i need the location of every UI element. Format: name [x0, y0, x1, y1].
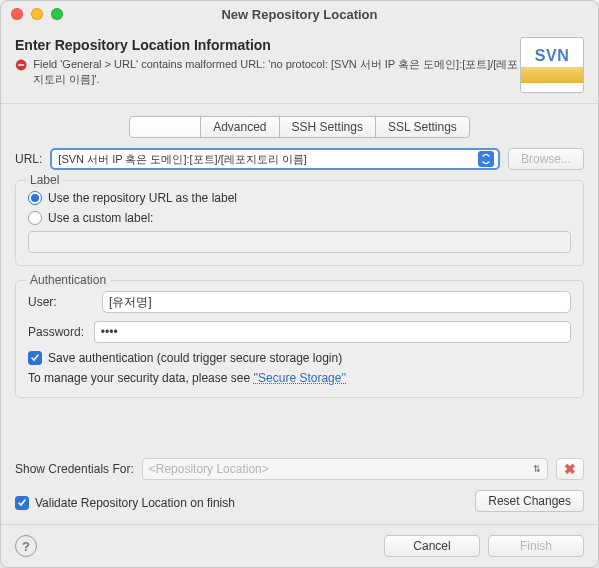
tab-general[interactable] [129, 116, 201, 138]
credentials-select[interactable]: <Repository Location> ⇅ [142, 458, 548, 480]
radio-custom-label[interactable] [28, 211, 42, 225]
url-label: URL: [15, 152, 42, 166]
titlebar: New Repository Location [1, 1, 598, 27]
credentials-placeholder: <Repository Location> [149, 462, 269, 476]
minimize-icon[interactable] [31, 8, 43, 20]
validate-label: Validate Repository Location on finish [35, 496, 235, 510]
save-auth-label: Save authentication (could trigger secur… [48, 351, 342, 365]
secure-storage-link[interactable]: ''Secure Storage'' [253, 371, 346, 385]
radio-custom-label-text: Use a custom label: [48, 211, 153, 225]
tab-advanced[interactable]: Advanced [200, 116, 279, 138]
zoom-icon[interactable] [51, 8, 63, 20]
password-label: Password: [28, 325, 86, 339]
svg-rect-1 [18, 64, 24, 66]
svn-logo-text: SVN [535, 47, 569, 65]
user-field[interactable]: [유저명] [102, 291, 571, 313]
url-dropdown-icon[interactable] [478, 151, 494, 167]
cancel-button[interactable]: Cancel [384, 535, 480, 557]
tab-ssh-settings[interactable]: SSH Settings [279, 116, 376, 138]
window-title: New Repository Location [1, 7, 598, 22]
tab-bar: Advanced SSH Settings SSL Settings [15, 116, 584, 138]
manage-security-text: To manage your security data, please see [28, 371, 253, 385]
svn-logo: SVN [520, 37, 584, 93]
url-value: [SVN 서버 IP 혹은 도메인]:[포트]/[레포지토리 이름] [58, 152, 307, 167]
radio-use-url-label: Use the repository URL as the label [48, 191, 237, 205]
finish-button[interactable]: Finish [488, 535, 584, 557]
radio-use-url[interactable] [28, 191, 42, 205]
authentication-group: Authentication User: [유저명] Password: [15, 280, 584, 398]
dialog-footer: ? Cancel Finish [1, 524, 598, 567]
delete-credentials-button[interactable]: ✖ [556, 458, 584, 480]
error-icon [15, 58, 27, 72]
custom-label-input[interactable] [28, 231, 571, 253]
help-button[interactable]: ? [15, 535, 37, 557]
show-credentials-label: Show Credentials For: [15, 462, 134, 476]
dialog-window: New Repository Location Enter Repository… [0, 0, 599, 568]
user-value: [유저명] [109, 294, 152, 311]
close-icon[interactable] [11, 8, 23, 20]
user-label: User: [28, 295, 94, 309]
browse-button[interactable]: Browse... [508, 148, 584, 170]
dialog-header: Enter Repository Location Information Fi… [1, 27, 598, 104]
window-controls [11, 8, 63, 20]
svn-logo-bar [521, 67, 583, 83]
tab-ssl-settings[interactable]: SSL Settings [375, 116, 470, 138]
user-dropdown-icon[interactable] [556, 295, 566, 309]
password-field[interactable] [94, 321, 571, 343]
save-auth-checkbox[interactable] [28, 351, 42, 365]
error-message: Field 'General > URL' contains malformed… [33, 57, 520, 87]
validate-checkbox[interactable] [15, 496, 29, 510]
label-group: Label Use the repository URL as the labe… [15, 180, 584, 266]
chevron-updown-icon: ⇅ [533, 464, 541, 474]
label-legend: Label [26, 173, 63, 187]
x-icon: ✖ [564, 461, 576, 477]
url-field[interactable]: [SVN 서버 IP 혹은 도메인]:[포트]/[레포지토리 이름] [50, 148, 500, 170]
page-title: Enter Repository Location Information [15, 37, 520, 53]
reset-changes-button[interactable]: Reset Changes [475, 490, 584, 512]
auth-legend: Authentication [26, 273, 110, 287]
